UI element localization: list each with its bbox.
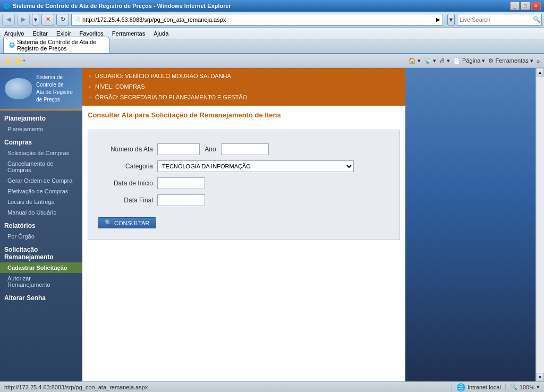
nav-cancelamento-compras[interactable]: Cancelamento de Compras [0, 158, 82, 175]
content-area: Consultar Ata para Solicitação de Remane… [82, 106, 405, 381]
sidebar-nav: Planejamento Planejamento Compras Solici… [0, 110, 82, 303]
consultar-button[interactable]: 🔍 CONSULTAR [98, 217, 156, 228]
search-input[interactable] [460, 16, 533, 23]
status-bar: http://172.25.4.63:8083/srp/pg_con_ata_r… [0, 381, 544, 392]
zoom-dropdown[interactable]: ▾ [537, 384, 540, 390]
forward-button[interactable]: ▶ [17, 14, 30, 25]
favorites-star[interactable]: ⭐ [4, 57, 12, 64]
input-ano[interactable] [221, 143, 269, 155]
address-input[interactable] [82, 16, 436, 23]
status-url: http://172.25.4.63:8083/srp/pg_con_ata_r… [4, 384, 452, 390]
nav-section-remanejamento[interactable]: Solicitação Remanejamento [0, 242, 82, 262]
field-numero-ata: Ano [157, 141, 394, 158]
form-row-data-final: Data Final [94, 192, 394, 209]
form-row-ata: Número da Ata Ano [94, 141, 394, 158]
nav-cadastrar-solicitacao[interactable]: Cadastrar Solicitação [0, 262, 82, 273]
back-button[interactable]: ◀ [2, 14, 15, 25]
nav-section-relatorios[interactable]: Relatórios [0, 218, 82, 231]
input-data-final[interactable] [157, 194, 205, 206]
form-table: Número da Ata Ano Categoria TECNOLOGIA D… [94, 141, 394, 209]
nav-section-alterar-senha[interactable]: Alterar Senha [0, 290, 82, 303]
scrollbar[interactable]: ▲ ▼ [536, 68, 544, 381]
menu-editar[interactable]: Editar [32, 30, 48, 37]
consultar-icon: 🔍 [105, 219, 112, 226]
input-data-inicio[interactable] [157, 177, 205, 189]
user-info-nivel: NÍVEL: COMPRAS [89, 82, 399, 92]
close-button[interactable]: ✕ [531, 2, 541, 10]
browser-icon: 🌐 [3, 3, 10, 9]
nav-locais-entrega[interactable]: Locais de Entrega [0, 197, 82, 207]
sidebar: Sistema de Controle deAta de Registrode … [0, 68, 82, 381]
nav-gerar-ordem[interactable]: Gerar Ordem de Compra [0, 175, 82, 186]
user-info-usuario: USUÁRIO: VENÍCIO PAULO MOURAO SALDANHA [89, 71, 399, 82]
user-info-bar: USUÁRIO: VENÍCIO PAULO MOURAO SALDANHA N… [82, 68, 405, 106]
menu-arquivo[interactable]: Arquivo [4, 30, 24, 37]
more-button[interactable]: » [537, 58, 540, 64]
menu-favoritos[interactable]: Favoritos [80, 30, 104, 37]
label-ano: Ano [205, 146, 216, 153]
scroll-down-button[interactable]: ▼ [537, 373, 544, 381]
zone-label: Intranet local [468, 384, 501, 390]
page-wrapper: Sistema de Controle deAta de Registrode … [0, 68, 544, 381]
browser-toolbar: ◀ ▶ ▼ ✕ ↻ 📄 ▶ ▼ 🔍 [0, 12, 544, 28]
page-icon: 📄 [74, 16, 80, 22]
menu-ferramentas[interactable]: Ferramentas [112, 30, 145, 37]
titlebar: 🌐 Sistema de Controle de Ata de Registro… [0, 0, 544, 12]
print-button[interactable]: 🖨 ▾ [439, 57, 450, 64]
label-numero-ata: Número da Ata [94, 141, 157, 158]
zone-icon: 🌐 [456, 383, 465, 391]
form-row-data-inicio: Data de Início [94, 175, 394, 192]
add-favorites[interactable]: ⭐+ [15, 57, 26, 64]
sidebar-logo: Sistema de Controle deAta de Registrode … [0, 68, 82, 110]
nav-por-orgao[interactable]: Por Órgão [0, 231, 82, 242]
nav-efetivacao[interactable]: Efetivação de Compras [0, 186, 82, 197]
logo-disc [5, 78, 32, 99]
button-row: 🔍 CONSULTAR [94, 217, 394, 228]
page-title: Consultar Ata para Solicitação de Remane… [88, 111, 400, 121]
form-row-categoria: Categoria TECNOLOGIA DA INFORMAÇÃO [94, 158, 394, 175]
nav-autorizar-remanejamento[interactable]: Autorizar Remanejamento [0, 273, 82, 290]
input-numero-ata[interactable] [157, 143, 200, 155]
nav-section-planejamento[interactable]: Planejamento [0, 110, 82, 124]
minimize-button[interactable]: _ [510, 2, 520, 10]
status-zone: 🌐 Intranet local [452, 383, 501, 391]
menu-ajuda[interactable]: Ajuda [154, 30, 168, 37]
search-button[interactable]: 🔍 [533, 16, 541, 23]
main-content: USUÁRIO: VENÍCIO PAULO MOURAO SALDANHA N… [82, 68, 405, 381]
tools-button[interactable]: ⚙ Ferramentas ▾ [488, 57, 533, 64]
field-data-final [157, 192, 394, 209]
maximize-button[interactable]: □ [521, 2, 530, 10]
nav-section-compras[interactable]: Compras [0, 134, 82, 148]
search-dropdown-button[interactable]: ▼ [447, 14, 455, 25]
stop-button[interactable]: ✕ [41, 14, 54, 25]
dropdown-button[interactable]: ▼ [32, 14, 39, 25]
home-button[interactable]: 🏠 ▾ [409, 57, 421, 64]
status-right: 🌐 Intranet local 🔍 100% ▾ [452, 383, 540, 391]
nav-planejamento[interactable]: Planejamento [0, 124, 82, 134]
field-data-inicio [157, 175, 394, 192]
zoom-level: 100% [520, 384, 534, 390]
nav-manual[interactable]: Manual do Usuário [0, 207, 82, 218]
active-tab[interactable]: 🌐 Sistema de Controle de Ata de Registro… [3, 37, 109, 53]
label-data-final: Data Final [94, 192, 157, 209]
zoom-icon: 🔍 [510, 384, 517, 390]
feeds-button[interactable]: 📡 ▾ [424, 57, 436, 64]
consultar-label: CONSULTAR [114, 220, 149, 226]
scroll-track [537, 76, 544, 373]
nav-solicitacao-compras[interactable]: Solicitação de Compras [0, 148, 82, 158]
scroll-up-button[interactable]: ▲ [537, 68, 544, 76]
refresh-button[interactable]: ↻ [56, 14, 69, 25]
tab-label: Sistema de Controle de Ata de Registro d… [17, 39, 104, 52]
menu-exibir[interactable]: Exibir [56, 30, 71, 37]
label-categoria: Categoria [94, 158, 157, 175]
tab-bar: 🌐 Sistema de Controle de Ata de Registro… [0, 39, 544, 54]
address-go-button[interactable]: ▶ [436, 16, 440, 22]
window-title: Sistema de Controle de Ata de Registro d… [13, 3, 231, 9]
tab-favicon: 🌐 [9, 42, 15, 48]
logo-text: Sistema de Controle deAta de Registrode … [36, 74, 77, 104]
user-info-orgao: ÓRGÃO: SECRETARIA DO PLANEJAMENTO E GEST… [89, 92, 399, 103]
select-categoria[interactable]: TECNOLOGIA DA INFORMAÇÃO [157, 160, 354, 172]
label-data-inicio: Data de Início [94, 175, 157, 192]
field-categoria: TECNOLOGIA DA INFORMAÇÃO [157, 158, 394, 175]
page-button[interactable]: 📄 Página ▾ [453, 57, 485, 64]
